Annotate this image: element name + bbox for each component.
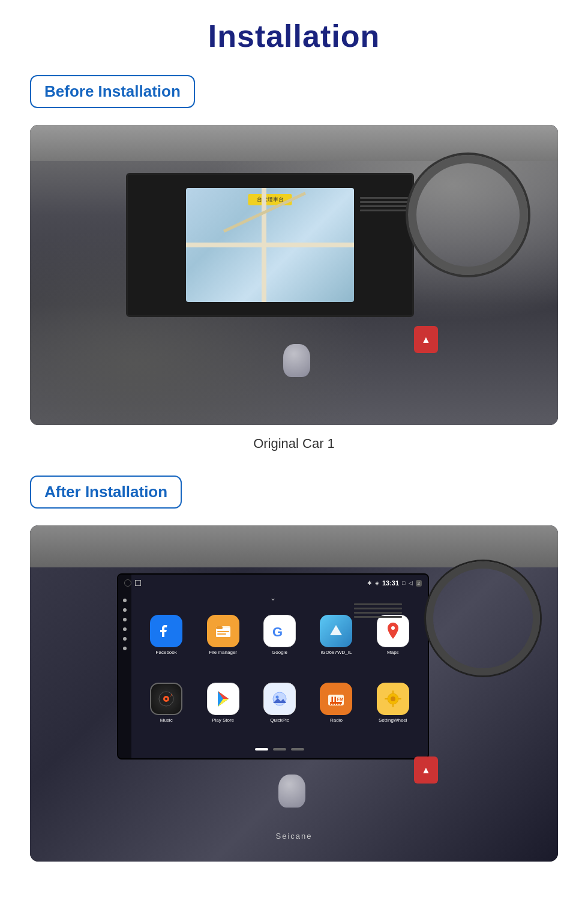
app-maps[interactable]: Maps (377, 615, 409, 655)
quickpic-label: QuickPic (270, 717, 289, 723)
car-background: 台禁燈車台 ▲ (30, 125, 558, 425)
music-icon: ♪ (150, 683, 182, 715)
after-installation-label: After Installation (30, 476, 182, 509)
app-settingwheel[interactable]: SettingWheel (377, 683, 409, 723)
vent-line (360, 205, 408, 207)
back-icon: ◁ (409, 580, 413, 586)
air-vents (360, 197, 408, 211)
page-title: Installation (208, 18, 380, 54)
svg-point-10 (165, 698, 167, 700)
original-head-unit: 台禁燈車台 (126, 173, 414, 317)
playstore-icon (207, 683, 239, 715)
svg-point-23 (335, 704, 336, 705)
nav-dot (123, 647, 127, 650)
svg-point-17 (275, 696, 278, 699)
svg-point-7 (391, 626, 395, 630)
before-car-interior: 台禁燈車台 ▲ (30, 125, 558, 425)
settingwheel-icon (377, 683, 409, 715)
nav-dot (123, 618, 127, 621)
map-road-vertical (262, 188, 266, 302)
air-vents-after (354, 603, 402, 618)
android-status-bar: ✱ ◈ 13:31 □ ◁ 2 (118, 575, 428, 591)
nav-dot (123, 608, 127, 612)
after-car-interior: ✱ ◈ 13:31 □ ◁ 2 ⌄ (30, 525, 558, 862)
steering-wheel-after (426, 561, 540, 675)
hazard-button-after: ▲ (414, 757, 438, 784)
music-label: Music (160, 717, 173, 723)
svg-text:G: G (272, 624, 283, 639)
svg-point-16 (273, 692, 286, 705)
svg-point-25 (340, 704, 341, 705)
android-page-dots (131, 740, 428, 758)
seicane-brand: Seicane (276, 832, 313, 841)
app-filemanager[interactable]: File manager (207, 615, 239, 655)
page-dot-active (255, 748, 268, 750)
igo-icon (320, 615, 352, 647)
quickpic-icon (263, 683, 296, 715)
svg-rect-3 (217, 631, 229, 632)
maps-icon (377, 615, 409, 647)
svg-rect-2 (216, 626, 223, 629)
google-label: Google (272, 650, 287, 655)
steering-wheel (408, 155, 528, 275)
vent-line (354, 612, 402, 614)
gear-knob-after (278, 775, 305, 808)
app-quickpic[interactable]: QuickPic (263, 683, 296, 723)
page-dot (291, 748, 304, 750)
igo-label: iGO687WD_IL (320, 650, 352, 655)
app-radio[interactable]: ▐▐ FM Radio (320, 683, 352, 723)
app-facebook[interactable]: Facebook (150, 615, 182, 655)
bluetooth-icon: ✱ (367, 580, 372, 586)
vent-line (354, 616, 402, 618)
google-icon: G (263, 615, 296, 647)
app-playstore[interactable]: Play Store (207, 683, 239, 723)
playstore-label: Play Store (212, 717, 234, 723)
status-icons: ✱ ◈ 13:31 □ ◁ 2 (367, 579, 422, 587)
svg-rect-1 (216, 628, 230, 637)
app-google[interactable]: G Google (263, 615, 296, 655)
svg-marker-6 (330, 625, 342, 635)
vent-line (360, 201, 408, 203)
svg-rect-4 (217, 633, 226, 635)
svg-point-28 (391, 696, 395, 701)
nav-dot (123, 599, 127, 602)
vent-line (354, 603, 402, 605)
before-installation-label: Before Installation (30, 75, 195, 108)
notification-badge: 2 (416, 580, 422, 587)
after-installation-image: ✱ ◈ 13:31 □ ◁ 2 ⌄ (30, 525, 558, 862)
svg-point-22 (332, 704, 334, 705)
svg-point-21 (330, 704, 331, 705)
page-dot (273, 748, 286, 750)
settingwheel-label: SettingWheel (379, 717, 407, 723)
window-icon: □ (402, 580, 405, 586)
side-nav-bar (118, 575, 131, 758)
radio-icon: ▐▐ FM (320, 683, 352, 715)
nav-dot (123, 627, 127, 631)
svg-point-24 (337, 704, 338, 705)
time-display: 13:31 (382, 579, 399, 587)
vent-line (360, 210, 408, 211)
before-caption: Original Car 1 (253, 436, 335, 451)
app-music[interactable]: ♪ Music (150, 683, 182, 723)
svg-text:♪: ♪ (170, 692, 172, 698)
maps-label: Maps (387, 650, 399, 655)
android-head-unit: ✱ ◈ 13:31 □ ◁ 2 ⌄ (117, 573, 429, 760)
vent-line (354, 608, 402, 609)
map-road-horizontal (186, 243, 354, 247)
nav-dot (123, 637, 127, 641)
filemanager-icon (207, 615, 239, 647)
filemanager-label: File manager (209, 650, 237, 655)
vent-line (360, 197, 408, 199)
facebook-icon (150, 615, 182, 647)
hazard-button: ▲ (414, 326, 438, 353)
gear-knob (283, 344, 310, 377)
square-icon (135, 580, 141, 586)
radio-label: Radio (330, 717, 343, 723)
facebook-label: Facebook (156, 650, 177, 655)
svg-rect-20 (330, 702, 342, 704)
map-display: 台禁燈車台 (186, 188, 354, 302)
app-igo[interactable]: iGO687WD_IL (320, 615, 352, 655)
signal-icon: ◈ (375, 580, 379, 586)
before-installation-image: 台禁燈車台 ▲ (30, 125, 558, 425)
